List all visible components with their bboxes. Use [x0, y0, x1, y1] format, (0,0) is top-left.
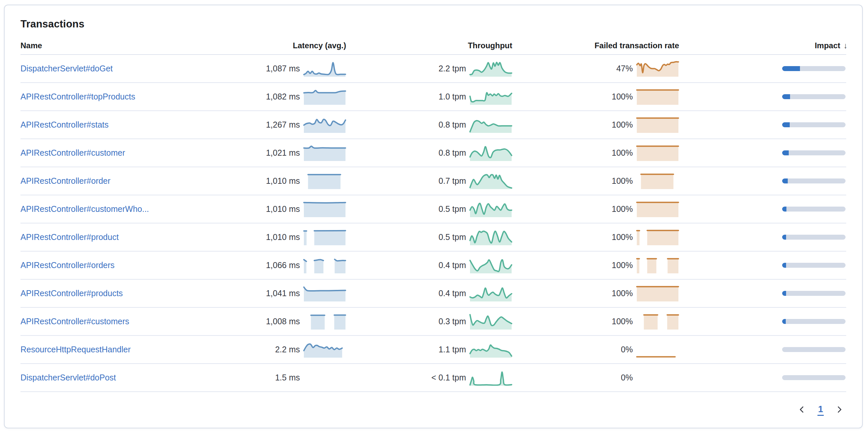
transaction-link[interactable]: APIRestController#customerWho...	[21, 204, 192, 214]
failed-rate-value: 0%	[621, 345, 633, 354]
transaction-link[interactable]: DispatcherServlet#doGet	[21, 64, 192, 74]
throughput-cell: 1.0 tpm	[346, 89, 512, 105]
latency-cell: 1,010 ms	[192, 173, 346, 189]
failed-rate-value: 100%	[612, 176, 633, 186]
column-header-throughput[interactable]: Throughput	[346, 41, 512, 50]
latency-cell: 1,267 ms	[192, 117, 346, 133]
impact-bar-fill	[782, 207, 786, 211]
latency-sparkline	[303, 89, 346, 105]
page-number-1[interactable]: 1	[817, 404, 824, 416]
throughput-sparkline	[469, 117, 512, 133]
throughput-sparkline	[469, 286, 512, 301]
impact-cell	[679, 207, 847, 211]
failed-rate-sparkline	[636, 286, 679, 301]
throughput-value: 1.1 tpm	[439, 345, 466, 354]
transactions-table: NameLatency (avg.)ThroughputFailed trans…	[21, 37, 846, 392]
failed-rate-value: 47%	[616, 64, 633, 74]
transaction-link[interactable]: APIRestController#customers	[21, 317, 192, 326]
throughput-cell: < 0.1 tpm	[346, 370, 512, 386]
latency-cell: 2.2 ms	[192, 342, 346, 358]
next-page-button[interactable]	[834, 404, 845, 416]
throughput-sparkline	[469, 370, 512, 386]
throughput-sparkline	[469, 173, 512, 189]
transaction-link[interactable]: APIRestController#products	[21, 289, 192, 298]
latency-value: 1,008 ms	[266, 317, 300, 326]
throughput-value: 0.4 tpm	[439, 260, 466, 270]
latency-sparkline	[303, 173, 346, 189]
latency-value: 1,021 ms	[266, 148, 300, 158]
throughput-value: 0.7 tpm	[439, 176, 466, 186]
name-cell: DispatcherServlet#doGet	[21, 64, 192, 74]
table-row: APIRestController#orders1,066 ms0.4 tpm1…	[21, 252, 846, 280]
pagination: 1	[21, 404, 846, 416]
transaction-link[interactable]: APIRestController#stats	[21, 120, 192, 129]
throughput-cell: 0.7 tpm	[346, 173, 512, 189]
transaction-link[interactable]: APIRestController#orders	[21, 260, 192, 270]
name-cell: APIRestController#order	[21, 176, 192, 186]
table-body: DispatcherServlet#doGet1,087 ms2.2 tpm47…	[21, 55, 846, 392]
transaction-link[interactable]: APIRestController#topProducts	[21, 92, 192, 102]
transaction-link[interactable]: APIRestController#order	[21, 176, 192, 186]
failed-rate-sparkline	[636, 145, 679, 161]
failed-rate-sparkline	[636, 201, 679, 217]
name-cell: APIRestController#product	[21, 232, 192, 242]
table-row: DispatcherServlet#doGet1,087 ms2.2 tpm47…	[21, 55, 846, 83]
throughput-value: 1.0 tpm	[439, 92, 466, 102]
latency-value: 1,066 ms	[266, 260, 300, 270]
latency-value: 1,267 ms	[266, 120, 300, 129]
impact-bar-fill	[782, 66, 800, 71]
latency-cell: 1,066 ms	[192, 258, 346, 273]
failed-rate-value: 100%	[612, 289, 633, 298]
latency-value: 1.5 ms	[275, 373, 300, 382]
chevron-left-icon	[798, 405, 806, 415]
impact-cell	[679, 347, 847, 352]
table-row: APIRestController#customerWho...1,010 ms…	[21, 195, 846, 224]
table-row: APIRestController#topProducts1,082 ms1.0…	[21, 83, 846, 111]
throughput-value: 2.2 tpm	[439, 64, 466, 74]
latency-sparkline	[303, 117, 346, 133]
impact-cell	[679, 122, 847, 127]
transaction-link[interactable]: ResourceHttpRequestHandler	[21, 345, 192, 354]
latency-cell: 1,010 ms	[192, 229, 346, 245]
name-cell: APIRestController#customerWho...	[21, 204, 192, 214]
latency-value: 1,082 ms	[266, 92, 300, 102]
failed-rate-sparkline	[636, 173, 679, 189]
transaction-link[interactable]: DispatcherServlet#doPost	[21, 373, 192, 382]
throughput-value: < 0.1 tpm	[431, 373, 466, 382]
impact-bar-fill	[782, 319, 786, 324]
impact-bar-fill	[782, 291, 786, 296]
impact-bar-track	[782, 347, 845, 352]
column-header-latency[interactable]: Latency (avg.)	[192, 41, 346, 50]
latency-sparkline	[303, 286, 346, 301]
failed-rate-cell: 100%	[512, 145, 679, 161]
impact-bar-track	[782, 291, 845, 296]
failed-rate-sparkline	[636, 117, 679, 133]
table-row: APIRestController#order1,010 ms0.7 tpm10…	[21, 167, 846, 195]
name-cell: APIRestController#orders	[21, 260, 192, 270]
failed-rate-sparkline	[636, 89, 679, 105]
latency-cell: 1,041 ms	[192, 286, 346, 301]
table-row: APIRestController#customers1,008 ms0.3 t…	[21, 308, 846, 336]
latency-sparkline	[303, 258, 346, 273]
column-header-name[interactable]: Name	[21, 41, 192, 50]
transaction-link[interactable]: APIRestController#product	[21, 232, 192, 242]
transaction-link[interactable]: APIRestController#customer	[21, 148, 192, 158]
prev-page-button[interactable]	[796, 404, 808, 416]
impact-bar-track	[782, 207, 845, 211]
impact-bar-fill	[782, 94, 790, 99]
failed-rate-sparkline	[636, 61, 679, 77]
column-header-failed[interactable]: Failed transaction rate	[512, 41, 679, 50]
latency-sparkline	[303, 61, 346, 77]
column-header-impact[interactable]: Impact↓	[679, 41, 847, 50]
impact-bar-fill	[782, 235, 786, 240]
latency-value: 1,041 ms	[266, 289, 300, 298]
name-cell: ResourceHttpRequestHandler	[21, 345, 192, 354]
panel-title: Transactions	[21, 18, 846, 30]
name-cell: APIRestController#customer	[21, 148, 192, 158]
name-cell: APIRestController#topProducts	[21, 92, 192, 102]
impact-cell	[679, 235, 847, 240]
failed-rate-value: 100%	[612, 120, 633, 129]
throughput-value: 0.5 tpm	[439, 232, 466, 242]
column-label-name: Name	[21, 41, 42, 50]
failed-rate-value: 100%	[612, 232, 633, 242]
